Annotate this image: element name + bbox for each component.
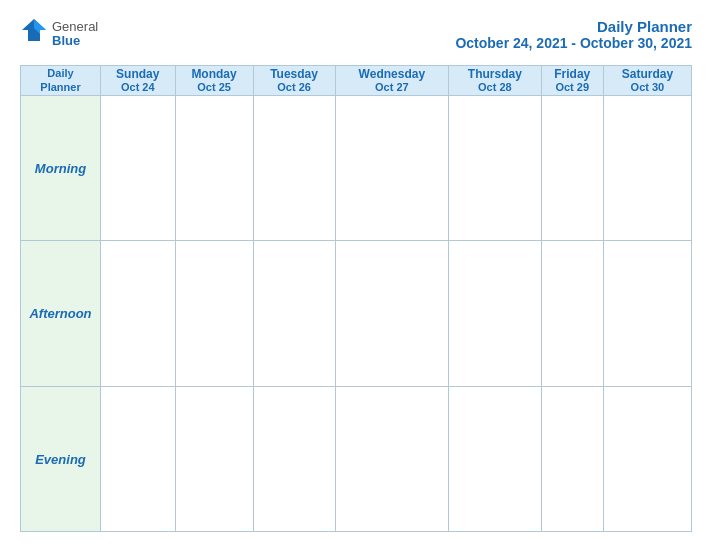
afternoon-friday-cell[interactable]	[541, 241, 603, 386]
logo-general: General	[52, 20, 98, 34]
evening-tuesday-cell[interactable]	[253, 386, 335, 531]
monday-date: Oct 25	[176, 81, 253, 93]
planner-label-line2: Planner	[21, 80, 100, 94]
sunday-date: Oct 24	[101, 81, 175, 93]
col-header-friday: Friday Oct 29	[541, 66, 603, 96]
morning-sunday-cell[interactable]	[101, 95, 176, 240]
evening-row: Evening	[21, 386, 692, 531]
calendar-table: Daily Planner Sunday Oct 24 Monday Oct 2…	[20, 65, 692, 532]
thursday-date: Oct 28	[449, 81, 541, 93]
monday-day: Monday	[176, 67, 253, 81]
afternoon-label-cell: Afternoon	[21, 241, 101, 386]
evening-thursday-cell[interactable]	[449, 386, 542, 531]
logo-bird-icon	[20, 16, 48, 50]
title-date: October 24, 2021 - October 30, 2021	[455, 35, 692, 51]
morning-tuesday-cell[interactable]	[253, 95, 335, 240]
afternoon-row: Afternoon	[21, 241, 692, 386]
wednesday-date: Oct 27	[336, 81, 448, 93]
evening-monday-cell[interactable]	[175, 386, 253, 531]
header: General Blue Daily Planner October 24, 2…	[20, 18, 692, 51]
col-header-saturday: Saturday Oct 30	[603, 66, 691, 96]
afternoon-label: Afternoon	[29, 306, 91, 321]
evening-sunday-cell[interactable]	[101, 386, 176, 531]
title-main: Daily Planner	[455, 18, 692, 35]
afternoon-monday-cell[interactable]	[175, 241, 253, 386]
evening-label: Evening	[35, 452, 86, 467]
evening-friday-cell[interactable]	[541, 386, 603, 531]
wednesday-day: Wednesday	[336, 67, 448, 81]
logo-blue: Blue	[52, 34, 98, 48]
morning-friday-cell[interactable]	[541, 95, 603, 240]
morning-row: Morning	[21, 95, 692, 240]
col-header-thursday: Thursday Oct 28	[449, 66, 542, 96]
morning-saturday-cell[interactable]	[603, 95, 691, 240]
morning-monday-cell[interactable]	[175, 95, 253, 240]
morning-label: Morning	[35, 161, 86, 176]
afternoon-thursday-cell[interactable]	[449, 241, 542, 386]
evening-label-cell: Evening	[21, 386, 101, 531]
col-header-tuesday: Tuesday Oct 26	[253, 66, 335, 96]
col-header-monday: Monday Oct 25	[175, 66, 253, 96]
col-header-planner: Daily Planner	[21, 66, 101, 96]
logo-text: General Blue	[52, 20, 98, 49]
friday-date: Oct 29	[542, 81, 603, 93]
tuesday-date: Oct 26	[254, 81, 335, 93]
col-header-wednesday: Wednesday Oct 27	[335, 66, 448, 96]
page: General Blue Daily Planner October 24, 2…	[0, 0, 712, 550]
sunday-day: Sunday	[101, 67, 175, 81]
saturday-date: Oct 30	[604, 81, 691, 93]
col-header-sunday: Sunday Oct 24	[101, 66, 176, 96]
evening-wednesday-cell[interactable]	[335, 386, 448, 531]
morning-label-cell: Morning	[21, 95, 101, 240]
planner-label-line1: Daily	[21, 66, 100, 80]
morning-wednesday-cell[interactable]	[335, 95, 448, 240]
tuesday-day: Tuesday	[254, 67, 335, 81]
saturday-day: Saturday	[604, 67, 691, 81]
afternoon-wednesday-cell[interactable]	[335, 241, 448, 386]
afternoon-tuesday-cell[interactable]	[253, 241, 335, 386]
header-row: Daily Planner Sunday Oct 24 Monday Oct 2…	[21, 66, 692, 96]
friday-day: Friday	[542, 67, 603, 81]
afternoon-sunday-cell[interactable]	[101, 241, 176, 386]
morning-thursday-cell[interactable]	[449, 95, 542, 240]
afternoon-saturday-cell[interactable]	[603, 241, 691, 386]
logo-area: General Blue	[20, 18, 98, 50]
thursday-day: Thursday	[449, 67, 541, 81]
evening-saturday-cell[interactable]	[603, 386, 691, 531]
title-area: Daily Planner October 24, 2021 - October…	[455, 18, 692, 51]
